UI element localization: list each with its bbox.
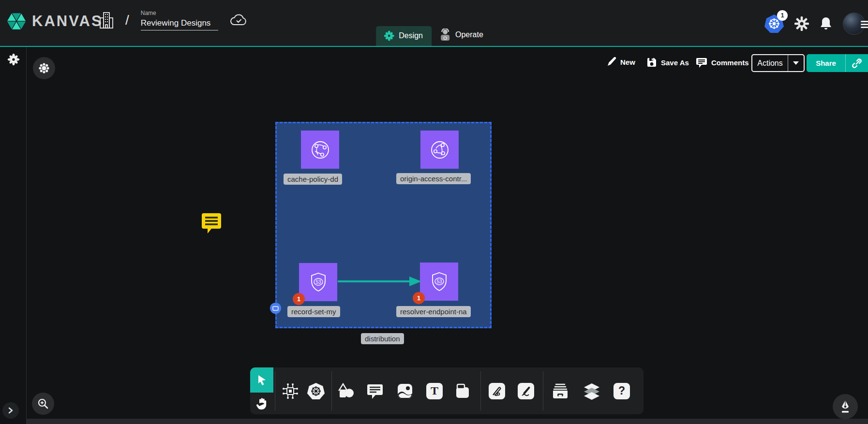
pen-path-icon xyxy=(492,386,502,396)
node-label: cache-policy-dd xyxy=(284,174,342,185)
drawer-archive-icon xyxy=(551,382,569,400)
floppy-save-icon xyxy=(646,57,657,68)
issue-badge[interactable]: 1 xyxy=(293,293,305,305)
drawer-tool-button[interactable] xyxy=(550,367,571,414)
organization-icon[interactable] xyxy=(99,12,114,29)
tab-operate-label: Operate xyxy=(455,30,483,39)
breadcrumb-separator: / xyxy=(125,13,129,28)
share-label: Share xyxy=(807,59,845,67)
group-label: distribution xyxy=(361,333,404,344)
settings-gear-icon[interactable] xyxy=(794,16,809,31)
toolbar-divider xyxy=(331,371,332,410)
pencil-scribble-icon xyxy=(521,386,531,396)
shapes-icon xyxy=(337,382,355,400)
toolbar-divider xyxy=(275,371,275,410)
layers-tool-button[interactable] xyxy=(581,367,602,414)
notifications-bell-icon[interactable] xyxy=(820,16,832,31)
tab-design-label: Design xyxy=(399,31,423,40)
toolbar-divider xyxy=(543,371,543,410)
actions-label: Actions xyxy=(752,59,788,68)
tab-design[interactable]: Design xyxy=(376,26,432,46)
pen-nib-icon xyxy=(839,400,851,413)
chevron-right-icon xyxy=(7,407,14,414)
save-as-label: Save As xyxy=(661,58,689,67)
edge-arrow[interactable] xyxy=(338,276,422,287)
pen-path-tool-button[interactable] xyxy=(486,367,508,414)
image-icon xyxy=(396,382,414,400)
zoom-in-button[interactable] xyxy=(32,393,54,415)
cloudfront-globe-icon xyxy=(309,139,331,161)
left-sidebar xyxy=(0,47,27,424)
select-tool-button[interactable] xyxy=(250,367,273,393)
kubernetes-context-button[interactable]: 1 xyxy=(764,14,784,33)
gear-flower-icon xyxy=(39,63,49,73)
comment-tool-icon xyxy=(366,383,384,399)
svg-text:53: 53 xyxy=(436,279,442,284)
node-label: record-set-my xyxy=(287,306,340,317)
actions-dropdown-button[interactable]: Actions xyxy=(751,54,805,72)
frame-tool-button[interactable] xyxy=(452,367,473,414)
kanvas-hexagon-icon xyxy=(6,11,27,32)
meshery-spiral-icon[interactable] xyxy=(7,53,20,66)
comments-label: Comments xyxy=(711,58,749,67)
svg-text:53: 53 xyxy=(315,279,321,285)
node-record-set[interactable]: 53 xyxy=(299,263,337,301)
new-label: New xyxy=(620,58,635,66)
canvas-toolbar: T xyxy=(250,367,644,414)
design-name-field: Name xyxy=(141,10,218,30)
node-resolver-endpoint[interactable]: 53 xyxy=(420,263,458,301)
toolbar-divider xyxy=(480,371,481,410)
cursor-arrow-icon xyxy=(256,374,267,386)
actions-divider xyxy=(788,55,788,71)
expand-sidebar-button[interactable] xyxy=(2,402,19,419)
text-tool-button[interactable]: T xyxy=(424,367,445,414)
mode-tabs: Design Operate xyxy=(376,24,492,46)
zoom-in-icon xyxy=(37,398,49,409)
node-cache-policy[interactable] xyxy=(301,131,339,169)
pen-tool-button[interactable] xyxy=(833,394,858,419)
node-origin-access-control[interactable] xyxy=(420,131,459,169)
caret-down-icon xyxy=(793,61,799,65)
design-name-input[interactable] xyxy=(141,17,218,30)
share-button[interactable]: Share xyxy=(807,54,868,72)
operate-person-icon xyxy=(439,29,451,41)
tab-operate[interactable]: Operate xyxy=(432,24,492,46)
comments-button[interactable]: Comments xyxy=(696,57,749,68)
app-header: KANVAS / Name xyxy=(0,0,868,47)
components-tool-button[interactable] xyxy=(280,367,301,414)
kubernetes-tool-button[interactable] xyxy=(305,367,327,414)
route53-shield-icon: 53 xyxy=(428,271,450,293)
comment-pin[interactable] xyxy=(201,211,222,234)
canvas-loader-button[interactable] xyxy=(33,57,55,79)
name-field-label: Name xyxy=(141,10,218,16)
cloudfront-globe-icon xyxy=(429,139,451,161)
issue-badge[interactable]: 1 xyxy=(413,292,425,304)
design-spiral-icon xyxy=(384,30,394,41)
copy-link-icon[interactable] xyxy=(852,58,862,69)
help-button[interactable]: ? xyxy=(611,367,632,414)
comments-icon xyxy=(696,57,707,68)
kubernetes-context-count-badge: 1 xyxy=(777,10,788,21)
shapes-tool-button[interactable] xyxy=(335,367,357,414)
save-as-button[interactable]: Save As xyxy=(646,57,689,68)
comment-bubble-icon xyxy=(201,211,222,234)
selection-resize-handle[interactable] xyxy=(270,303,281,314)
new-button[interactable]: New xyxy=(607,57,635,67)
bottom-strip xyxy=(0,419,868,424)
node-label: origin-access-contr... xyxy=(396,173,471,184)
pencil-new-icon xyxy=(607,57,616,67)
kanvas-logo[interactable]: KANVAS xyxy=(6,11,103,32)
comment-tool-button[interactable] xyxy=(364,367,386,414)
cloud-saved-icon xyxy=(230,14,247,27)
pencil-draw-tool-button[interactable] xyxy=(515,367,537,414)
edge-menu-icon[interactable] xyxy=(861,19,868,29)
brand-wordmark: KANVAS xyxy=(32,13,103,30)
layers-icon xyxy=(583,382,601,400)
component-chip-icon xyxy=(282,382,299,400)
route53-shield-icon: 53 xyxy=(307,271,329,293)
text-tool-glyph: T xyxy=(426,383,443,399)
pan-hand-tool-button[interactable] xyxy=(250,393,273,414)
frame-icon xyxy=(454,383,471,399)
kubernetes-wheel-icon xyxy=(307,382,325,400)
image-tool-button[interactable] xyxy=(394,367,416,414)
